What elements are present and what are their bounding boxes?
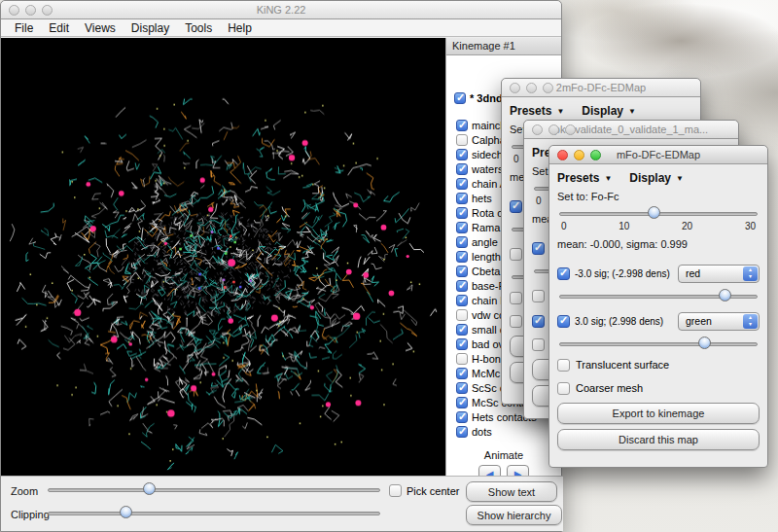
minimize-button[interactable] [25, 5, 36, 16]
group-checkbox[interactable] [456, 134, 468, 146]
low-contour-row: -3.0 sig; (-2.998 dens) red ▴▾ [557, 262, 760, 285]
presets-menu[interactable]: Presets ▼ [557, 171, 612, 185]
group-checkbox[interactable] [456, 163, 468, 175]
map-window-mfo-dfc: mFo-DFc-EDMap Presets ▼ Display ▼ Set to… [548, 145, 768, 468]
mean-sigma-label: mean: -0.000, sigma: 0.999 [557, 238, 760, 256]
group-checkbox[interactable] [456, 222, 468, 233]
high-contour-slider[interactable] [557, 336, 760, 351]
kinemage-group-toggle[interactable]: dots [446, 424, 561, 439]
slider-thumb[interactable] [648, 206, 660, 219]
set-to-label: Set to: Fo-Fc [557, 188, 760, 205]
group-checkbox[interactable] [456, 266, 468, 277]
zoom-button[interactable] [590, 150, 601, 160]
group-checkbox[interactable] [456, 193, 468, 204]
close-button[interactable] [510, 83, 520, 93]
menu-item[interactable]: Help [220, 21, 260, 35]
menu-item[interactable]: Tools [177, 21, 220, 35]
export-to-kinemage-button[interactable]: Export to kinemage [557, 403, 760, 424]
menu-item[interactable]: File [7, 21, 41, 35]
high-contour-checkbox[interactable] [557, 315, 570, 328]
translucent-surface-checkbox[interactable] [510, 292, 522, 304]
group-checkbox[interactable] [456, 397, 468, 408]
zoom-slider-thumb[interactable] [143, 482, 156, 495]
popup-arrows-icon: ▴▾ [743, 266, 758, 281]
king-main-window: KiNG 2.22 File Edit Views Display Tools … [0, 0, 562, 532]
group-checkbox[interactable] [456, 207, 468, 219]
clipping-slider[interactable] [46, 505, 382, 520]
coarser-mesh-checkbox[interactable] [532, 338, 545, 351]
zoom-label: Zoom [11, 485, 38, 497]
kinemage-root-checkbox[interactable] [454, 92, 466, 104]
group-checkbox[interactable] [456, 178, 468, 190]
close-button[interactable] [532, 124, 543, 135]
map-window-titlebar[interactable]: pka-validate_0_validate_1_ma... [524, 121, 738, 139]
king-titlebar[interactable]: KiNG 2.22 [1, 1, 561, 19]
presets-menu[interactable]: Presets ▼ [510, 104, 564, 118]
low-contour-checkbox[interactable] [557, 267, 570, 280]
group-label: waters [472, 163, 503, 175]
close-button[interactable] [9, 5, 19, 16]
high-contour-checkbox[interactable] [532, 290, 545, 302]
pick-center-checkbox-row[interactable]: Pick center [389, 484, 459, 497]
low-contour-checkbox[interactable] [510, 200, 522, 213]
display-menu[interactable]: Display ▼ [582, 104, 636, 118]
zoom-button[interactable] [543, 83, 553, 93]
king-menubar: File Edit Views Display Tools Help [1, 19, 561, 37]
group-checkbox[interactable] [456, 426, 468, 438]
group-label: hets [472, 193, 492, 204]
translucent-surface-checkbox[interactable] [557, 359, 570, 372]
kinemage-root-label: * 3dnd [470, 92, 503, 104]
group-checkbox[interactable] [456, 338, 468, 350]
zoom-slider[interactable] [46, 481, 382, 497]
close-button[interactable] [557, 150, 568, 160]
high-contour-row: 3.0 sig; (2.998 dens) green ▴▾ [557, 309, 760, 333]
high-contour-checkbox[interactable] [510, 248, 522, 261]
group-checkbox[interactable] [456, 353, 468, 365]
group-checkbox[interactable] [456, 382, 468, 394]
zoom-button[interactable] [565, 124, 576, 135]
slider-thumb[interactable] [698, 337, 711, 349]
coarser-mesh-row[interactable]: Coarser mesh [557, 378, 760, 398]
coarser-mesh-checkbox[interactable] [510, 315, 522, 328]
discard-this-map-button[interactable]: Discard this map [557, 429, 760, 450]
menu-item[interactable]: Views [77, 21, 124, 35]
group-checkbox[interactable] [456, 309, 468, 321]
group-checkbox[interactable] [456, 411, 468, 423]
map-window-titlebar[interactable]: 2mFo-DFc-EDMap [502, 79, 700, 97]
minimize-button[interactable] [548, 124, 559, 135]
pick-center-checkbox[interactable] [389, 484, 402, 497]
slider-tick-labels: 010 2030 [557, 221, 760, 233]
group-checkbox[interactable] [456, 280, 468, 292]
pick-center-label: Pick center [407, 485, 459, 497]
translucent-surface-checkbox[interactable] [532, 315, 545, 328]
group-checkbox[interactable] [456, 295, 468, 306]
group-checkbox[interactable] [456, 120, 468, 131]
group-checkbox[interactable] [456, 251, 468, 263]
group-checkbox[interactable] [456, 149, 468, 160]
chevron-down-icon: ▼ [628, 107, 636, 116]
group-checkbox[interactable] [456, 368, 468, 379]
translucent-surface-row[interactable]: Translucent surface [557, 355, 760, 374]
minimize-button[interactable] [526, 83, 537, 93]
animate-label: Animate [446, 449, 561, 461]
show-text-button[interactable]: Show text [466, 481, 557, 502]
slider-thumb[interactable] [719, 289, 731, 301]
minimize-button[interactable] [574, 150, 584, 160]
clipping-label: Clipping [11, 509, 50, 520]
low-contour-checkbox[interactable] [532, 242, 545, 255]
group-checkbox[interactable] [456, 324, 468, 336]
show-hierarchy-button[interactable]: Show hierarchy [466, 505, 562, 525]
menu-item[interactable]: Display [124, 21, 177, 35]
display-menu[interactable]: Display ▼ [629, 171, 684, 185]
contour-level-slider[interactable] [557, 205, 760, 221]
group-checkbox[interactable] [456, 236, 468, 248]
clipping-slider-thumb[interactable] [120, 506, 132, 518]
menu-item[interactable]: Edit [41, 21, 77, 35]
molecule-viewport[interactable] [1, 38, 445, 476]
low-contour-slider[interactable] [557, 288, 760, 303]
high-contour-color-popup[interactable]: green ▴▾ [678, 312, 760, 331]
low-contour-color-popup[interactable]: red ▴▾ [678, 265, 760, 283]
zoom-button[interactable] [42, 5, 53, 16]
coarser-mesh-checkbox[interactable] [557, 382, 570, 395]
map-window-titlebar[interactable]: mFo-DFc-EDMap [549, 146, 767, 164]
